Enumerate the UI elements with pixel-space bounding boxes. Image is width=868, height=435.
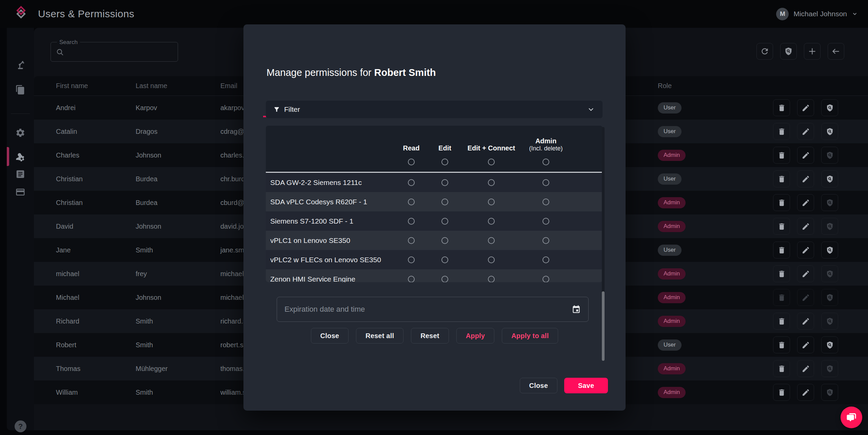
sidebar-item-logs[interactable] [13, 167, 28, 182]
edit-user-button[interactable] [797, 289, 814, 306]
delete-user-button[interactable] [773, 170, 790, 187]
device-row[interactable]: SDA GW-2-2 Siemens 1211c [266, 173, 603, 192]
radio-admin[interactable] [542, 199, 549, 205]
radio-edit-connect[interactable] [488, 199, 495, 205]
delete-user-button[interactable] [773, 218, 790, 235]
delete-user-button[interactable] [773, 384, 790, 401]
radio-read[interactable] [408, 276, 415, 283]
modal-scrollbar-thumb[interactable] [602, 291, 605, 361]
edit-user-button[interactable] [797, 336, 814, 353]
edit-user-button[interactable] [797, 218, 814, 235]
radio-edit[interactable] [441, 276, 448, 283]
device-row[interactable]: Siemens S7-1200 SDF - 1 [266, 211, 603, 231]
reset-all-button[interactable]: Reset all [356, 328, 403, 344]
delete-user-button[interactable] [773, 194, 790, 211]
manage-permissions-button[interactable] [821, 99, 838, 116]
edit-user-button[interactable] [797, 170, 814, 187]
edit-user-button[interactable] [797, 242, 814, 258]
radio-edit[interactable] [441, 256, 448, 263]
delete-user-button[interactable] [773, 289, 790, 306]
manage-permissions-button[interactable] [821, 170, 838, 187]
search-field[interactable]: Search [51, 42, 178, 62]
permissions-overview-button[interactable] [780, 43, 797, 60]
radio-all-edit[interactable] [441, 159, 448, 165]
user-menu[interactable]: M Michael Johnson [776, 0, 858, 28]
device-row[interactable]: SDA vPLC Codesys R620F - 1 [266, 192, 603, 211]
radio-edit[interactable] [441, 218, 448, 225]
expiration-field[interactable] [277, 297, 589, 322]
edit-user-button[interactable] [797, 194, 814, 211]
radio-edit-connect[interactable] [488, 179, 495, 186]
delete-user-button[interactable] [773, 336, 790, 353]
apply-button[interactable]: Apply [456, 328, 495, 344]
radio-read[interactable] [408, 179, 415, 186]
edit-user-button[interactable] [797, 123, 814, 140]
delete-user-button[interactable] [773, 99, 790, 116]
delete-user-button[interactable] [773, 147, 790, 164]
manage-permissions-button[interactable] [821, 289, 838, 306]
radio-all-read[interactable] [408, 159, 415, 165]
radio-edit[interactable] [441, 237, 448, 244]
radio-admin[interactable] [542, 218, 549, 225]
modal-close-button[interactable]: Close [520, 378, 557, 393]
device-row[interactable]: vPLC2 w FLECs on Lenovo SE350 [266, 250, 603, 269]
radio-edit-connect[interactable] [488, 276, 495, 283]
edit-user-button[interactable] [797, 313, 814, 330]
radio-edit-connect[interactable] [488, 256, 495, 263]
radio-all-edit-connect[interactable] [488, 159, 495, 165]
modal-scrollbar-track[interactable] [602, 127, 605, 361]
delete-user-button[interactable] [773, 123, 790, 140]
manage-permissions-button[interactable] [821, 147, 838, 164]
radio-read[interactable] [408, 256, 415, 263]
edit-user-button[interactable] [797, 99, 814, 116]
add-user-button[interactable] [804, 43, 821, 60]
delete-user-button[interactable] [773, 265, 790, 282]
edit-user-button[interactable] [797, 147, 814, 164]
help-button[interactable]: ? [15, 420, 26, 432]
manage-permissions-button[interactable] [821, 313, 838, 330]
search-input[interactable] [68, 44, 170, 59]
chat-launcher-button[interactable] [841, 407, 862, 428]
radio-all-admin[interactable] [542, 159, 549, 165]
radio-edit-connect[interactable] [488, 218, 495, 225]
edit-user-button[interactable] [797, 265, 814, 282]
radio-admin[interactable] [542, 276, 549, 283]
edit-user-button[interactable] [797, 360, 814, 377]
back-button[interactable] [828, 43, 844, 60]
sidebar-item-users-permissions[interactable] [13, 149, 28, 164]
manage-permissions-button[interactable] [821, 242, 838, 258]
sidebar-item-settings[interactable] [13, 125, 28, 140]
radio-read[interactable] [408, 237, 415, 244]
manage-permissions-button[interactable] [821, 194, 838, 211]
radio-admin[interactable] [542, 179, 549, 186]
manage-permissions-button[interactable] [821, 336, 838, 353]
radio-admin[interactable] [542, 256, 549, 263]
manage-permissions-button[interactable] [821, 265, 838, 282]
calendar-icon[interactable] [572, 305, 581, 314]
sidebar-item-projects[interactable] [13, 82, 28, 97]
radio-edit[interactable] [441, 179, 448, 186]
manage-permissions-button[interactable] [821, 218, 838, 235]
sidebar-item-devices[interactable] [13, 58, 28, 72]
manage-permissions-button[interactable] [821, 360, 838, 377]
delete-user-button[interactable] [773, 313, 790, 330]
filter-expander[interactable]: Filter [266, 101, 603, 118]
apply-to-all-button[interactable]: Apply to all [502, 328, 558, 344]
radio-read[interactable] [408, 199, 415, 205]
edit-user-button[interactable] [797, 384, 814, 401]
delete-user-button[interactable] [773, 360, 790, 377]
radio-edit[interactable] [441, 199, 448, 205]
device-row[interactable]: Zenon HMI Service Engine [266, 269, 603, 282]
refresh-button[interactable] [756, 43, 773, 60]
radio-admin[interactable] [542, 237, 549, 244]
device-row[interactable]: vPLC1 on Lenovo SE350 [266, 231, 603, 250]
delete-user-button[interactable] [773, 242, 790, 258]
radio-read[interactable] [408, 218, 415, 225]
expiration-input[interactable] [284, 297, 563, 322]
radio-edit-connect[interactable] [488, 237, 495, 244]
manage-permissions-button[interactable] [821, 123, 838, 140]
close-permissions-button[interactable]: Close [311, 328, 349, 344]
modal-save-button[interactable]: Save [564, 378, 608, 393]
reset-button[interactable]: Reset [411, 328, 449, 344]
sidebar-item-billing[interactable] [13, 185, 28, 200]
